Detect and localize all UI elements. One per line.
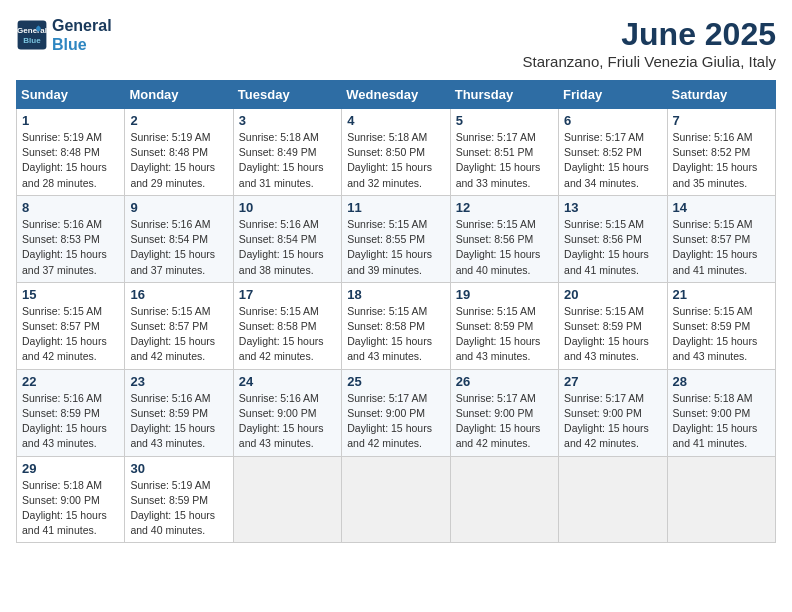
day-detail: Sunrise: 5:19 AM Sunset: 8:59 PM Dayligh…: [130, 478, 227, 539]
day-number: 10: [239, 200, 336, 215]
calendar-week-2: 8Sunrise: 5:16 AM Sunset: 8:53 PM Daylig…: [17, 195, 776, 282]
day-detail: Sunrise: 5:19 AM Sunset: 8:48 PM Dayligh…: [22, 130, 119, 191]
day-number: 26: [456, 374, 553, 389]
day-detail: Sunrise: 5:17 AM Sunset: 9:00 PM Dayligh…: [347, 391, 444, 452]
day-detail: Sunrise: 5:15 AM Sunset: 8:59 PM Dayligh…: [456, 304, 553, 365]
day-number: 2: [130, 113, 227, 128]
calendar-cell: [667, 456, 775, 543]
header-monday: Monday: [125, 81, 233, 109]
day-number: 7: [673, 113, 770, 128]
day-detail: Sunrise: 5:16 AM Sunset: 8:59 PM Dayligh…: [130, 391, 227, 452]
day-number: 21: [673, 287, 770, 302]
day-detail: Sunrise: 5:16 AM Sunset: 8:59 PM Dayligh…: [22, 391, 119, 452]
calendar-subtitle: Staranzano, Friuli Venezia Giulia, Italy: [523, 53, 776, 70]
calendar-cell: 7Sunrise: 5:16 AM Sunset: 8:52 PM Daylig…: [667, 109, 775, 196]
logo-text-general: General: [52, 16, 112, 35]
day-detail: Sunrise: 5:15 AM Sunset: 8:58 PM Dayligh…: [347, 304, 444, 365]
day-number: 6: [564, 113, 661, 128]
calendar-cell: 13Sunrise: 5:15 AM Sunset: 8:56 PM Dayli…: [559, 195, 667, 282]
page-header: General Blue General Blue June 2025 Star…: [16, 16, 776, 70]
calendar-cell: 15Sunrise: 5:15 AM Sunset: 8:57 PM Dayli…: [17, 282, 125, 369]
calendar-cell: 26Sunrise: 5:17 AM Sunset: 9:00 PM Dayli…: [450, 369, 558, 456]
day-number: 15: [22, 287, 119, 302]
day-detail: Sunrise: 5:17 AM Sunset: 9:00 PM Dayligh…: [564, 391, 661, 452]
day-detail: Sunrise: 5:18 AM Sunset: 8:49 PM Dayligh…: [239, 130, 336, 191]
day-detail: Sunrise: 5:15 AM Sunset: 8:59 PM Dayligh…: [673, 304, 770, 365]
header-friday: Friday: [559, 81, 667, 109]
day-number: 12: [456, 200, 553, 215]
day-number: 30: [130, 461, 227, 476]
calendar-cell: 22Sunrise: 5:16 AM Sunset: 8:59 PM Dayli…: [17, 369, 125, 456]
header-wednesday: Wednesday: [342, 81, 450, 109]
header-row: SundayMondayTuesdayWednesdayThursdayFrid…: [17, 81, 776, 109]
day-detail: Sunrise: 5:15 AM Sunset: 8:59 PM Dayligh…: [564, 304, 661, 365]
day-detail: Sunrise: 5:16 AM Sunset: 9:00 PM Dayligh…: [239, 391, 336, 452]
day-detail: Sunrise: 5:16 AM Sunset: 8:54 PM Dayligh…: [239, 217, 336, 278]
day-detail: Sunrise: 5:18 AM Sunset: 9:00 PM Dayligh…: [673, 391, 770, 452]
calendar-cell: 10Sunrise: 5:16 AM Sunset: 8:54 PM Dayli…: [233, 195, 341, 282]
day-number: 4: [347, 113, 444, 128]
calendar-cell: [559, 456, 667, 543]
calendar-cell: 9Sunrise: 5:16 AM Sunset: 8:54 PM Daylig…: [125, 195, 233, 282]
day-number: 9: [130, 200, 227, 215]
logo-icon: General Blue: [16, 19, 48, 51]
day-detail: Sunrise: 5:16 AM Sunset: 8:53 PM Dayligh…: [22, 217, 119, 278]
day-detail: Sunrise: 5:15 AM Sunset: 8:57 PM Dayligh…: [130, 304, 227, 365]
day-detail: Sunrise: 5:18 AM Sunset: 8:50 PM Dayligh…: [347, 130, 444, 191]
calendar-cell: 16Sunrise: 5:15 AM Sunset: 8:57 PM Dayli…: [125, 282, 233, 369]
day-detail: Sunrise: 5:15 AM Sunset: 8:56 PM Dayligh…: [564, 217, 661, 278]
calendar-cell: 21Sunrise: 5:15 AM Sunset: 8:59 PM Dayli…: [667, 282, 775, 369]
day-number: 14: [673, 200, 770, 215]
calendar-cell: 23Sunrise: 5:16 AM Sunset: 8:59 PM Dayli…: [125, 369, 233, 456]
day-number: 16: [130, 287, 227, 302]
header-thursday: Thursday: [450, 81, 558, 109]
calendar-cell: [450, 456, 558, 543]
day-detail: Sunrise: 5:15 AM Sunset: 8:56 PM Dayligh…: [456, 217, 553, 278]
svg-text:Blue: Blue: [23, 36, 41, 45]
day-number: 11: [347, 200, 444, 215]
day-number: 23: [130, 374, 227, 389]
header-sunday: Sunday: [17, 81, 125, 109]
calendar-table: SundayMondayTuesdayWednesdayThursdayFrid…: [16, 80, 776, 543]
calendar-cell: 24Sunrise: 5:16 AM Sunset: 9:00 PM Dayli…: [233, 369, 341, 456]
calendar-cell: 27Sunrise: 5:17 AM Sunset: 9:00 PM Dayli…: [559, 369, 667, 456]
calendar-week-3: 15Sunrise: 5:15 AM Sunset: 8:57 PM Dayli…: [17, 282, 776, 369]
calendar-cell: 18Sunrise: 5:15 AM Sunset: 8:58 PM Dayli…: [342, 282, 450, 369]
day-number: 20: [564, 287, 661, 302]
calendar-cell: 4Sunrise: 5:18 AM Sunset: 8:50 PM Daylig…: [342, 109, 450, 196]
day-detail: Sunrise: 5:17 AM Sunset: 9:00 PM Dayligh…: [456, 391, 553, 452]
day-number: 29: [22, 461, 119, 476]
calendar-week-1: 1Sunrise: 5:19 AM Sunset: 8:48 PM Daylig…: [17, 109, 776, 196]
calendar-week-5: 29Sunrise: 5:18 AM Sunset: 9:00 PM Dayli…: [17, 456, 776, 543]
day-number: 3: [239, 113, 336, 128]
day-number: 22: [22, 374, 119, 389]
calendar-cell: 1Sunrise: 5:19 AM Sunset: 8:48 PM Daylig…: [17, 109, 125, 196]
day-number: 27: [564, 374, 661, 389]
calendar-cell: 30Sunrise: 5:19 AM Sunset: 8:59 PM Dayli…: [125, 456, 233, 543]
calendar-body: 1Sunrise: 5:19 AM Sunset: 8:48 PM Daylig…: [17, 109, 776, 543]
calendar-cell: 2Sunrise: 5:19 AM Sunset: 8:48 PM Daylig…: [125, 109, 233, 196]
day-detail: Sunrise: 5:15 AM Sunset: 8:55 PM Dayligh…: [347, 217, 444, 278]
logo-text-blue: Blue: [52, 35, 112, 54]
calendar-cell: 3Sunrise: 5:18 AM Sunset: 8:49 PM Daylig…: [233, 109, 341, 196]
day-detail: Sunrise: 5:18 AM Sunset: 9:00 PM Dayligh…: [22, 478, 119, 539]
header-tuesday: Tuesday: [233, 81, 341, 109]
calendar-cell: 19Sunrise: 5:15 AM Sunset: 8:59 PM Dayli…: [450, 282, 558, 369]
day-detail: Sunrise: 5:15 AM Sunset: 8:58 PM Dayligh…: [239, 304, 336, 365]
day-number: 8: [22, 200, 119, 215]
calendar-cell: 8Sunrise: 5:16 AM Sunset: 8:53 PM Daylig…: [17, 195, 125, 282]
day-number: 24: [239, 374, 336, 389]
calendar-header: SundayMondayTuesdayWednesdayThursdayFrid…: [17, 81, 776, 109]
day-number: 25: [347, 374, 444, 389]
day-number: 5: [456, 113, 553, 128]
day-number: 28: [673, 374, 770, 389]
day-number: 18: [347, 287, 444, 302]
calendar-cell: 12Sunrise: 5:15 AM Sunset: 8:56 PM Dayli…: [450, 195, 558, 282]
calendar-cell: 29Sunrise: 5:18 AM Sunset: 9:00 PM Dayli…: [17, 456, 125, 543]
day-number: 17: [239, 287, 336, 302]
calendar-cell: [233, 456, 341, 543]
day-detail: Sunrise: 5:15 AM Sunset: 8:57 PM Dayligh…: [673, 217, 770, 278]
day-detail: Sunrise: 5:17 AM Sunset: 8:51 PM Dayligh…: [456, 130, 553, 191]
svg-text:General: General: [17, 27, 47, 36]
day-number: 13: [564, 200, 661, 215]
